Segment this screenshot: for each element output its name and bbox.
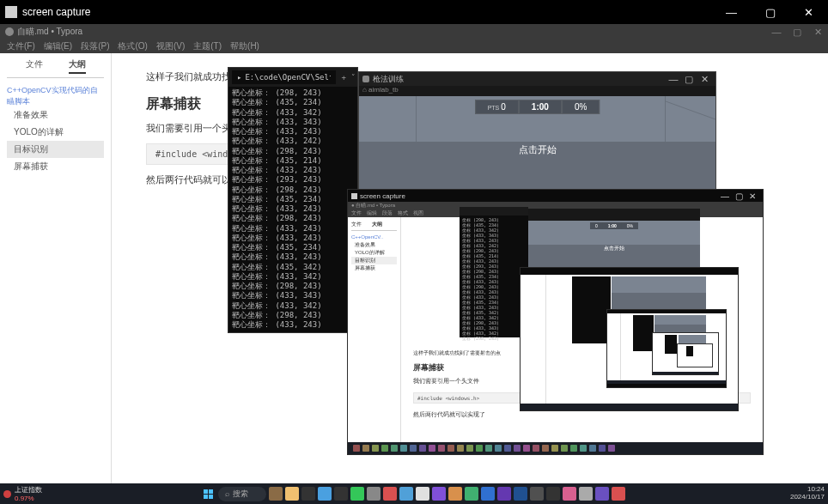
typora-app-icon xyxy=(5,27,14,36)
menu-item[interactable]: 帮助(H) xyxy=(230,40,259,52)
game-title-text: 枪法训练 xyxy=(373,74,404,85)
app-icon[interactable] xyxy=(350,487,364,501)
menu-item[interactable]: 段落(P) xyxy=(81,40,109,52)
menu-item[interactable]: 主题(T) xyxy=(193,40,222,52)
sidebar-tab-outline[interactable]: 大纲 xyxy=(69,58,86,74)
app-icon[interactable] xyxy=(514,487,527,501)
app-icon[interactable] xyxy=(448,487,462,501)
typora-sidebar: 文件 大纲 C++OpenCV实现代码的自瞄脚本 准备效果YOLO的详解目标识别… xyxy=(0,53,112,490)
terminal-window: ▸ E:\code\OpenCV\Self-aiming\ + ˅ 靶心坐标： … xyxy=(228,67,358,333)
minimize-button[interactable]: — xyxy=(712,0,751,24)
toc-item[interactable]: 屏幕捕获 xyxy=(7,158,104,175)
app-icon[interactable] xyxy=(334,487,348,501)
game-start-prompt[interactable]: 点击开始 xyxy=(519,143,557,155)
menu-item[interactable]: 文件(F) xyxy=(7,40,35,52)
windows-taskbar: 上证指数 0.97% ⌕搜索 10:24 2024/10/17 xyxy=(0,483,828,504)
typora-max[interactable]: ▢ xyxy=(787,27,807,38)
app-icon xyxy=(5,6,17,18)
search-icon: ⌕ xyxy=(225,489,229,498)
app-icon[interactable] xyxy=(481,487,495,501)
close-button[interactable]: ✕ xyxy=(789,0,828,24)
toc-doc-heading[interactable]: C++OpenCV实现代码的自瞄脚本 xyxy=(7,85,104,106)
outer-titlebar: screen capture — ▢ ✕ xyxy=(0,0,828,24)
typora-min[interactable]: — xyxy=(766,27,787,37)
app-icon[interactable] xyxy=(612,487,625,501)
game-window: 枪法训练 — ▢ ✕ ⌂ aimlab_tb PTS0 1:00 xyxy=(358,71,716,191)
sidebar-tab-files[interactable]: 文件 xyxy=(26,58,43,74)
app-icon[interactable] xyxy=(367,487,381,501)
window-title: screen capture xyxy=(22,6,90,18)
nested-capture-window: screen capture — ▢ ✕ ● 自瞄.md • Typora 文件… xyxy=(347,189,764,455)
toc-item[interactable]: 目标识别 xyxy=(7,141,104,158)
typora-doc-title: 自瞄.md • Typora xyxy=(17,26,82,38)
menu-item[interactable]: 编辑(E) xyxy=(44,40,72,52)
explorer-icon[interactable] xyxy=(285,487,299,501)
app-icon[interactable] xyxy=(563,487,576,501)
hud-accuracy: 0% xyxy=(562,100,600,114)
hud-points: PTS0 xyxy=(475,100,519,114)
taskbar-clock[interactable]: 10:24 2024/10/17 xyxy=(790,486,825,501)
maximize-button[interactable]: ▢ xyxy=(751,0,789,24)
typora-close[interactable]: ✕ xyxy=(807,27,828,38)
nested-app-icon xyxy=(351,193,357,199)
app-icon[interactable] xyxy=(595,487,609,501)
store-icon[interactable] xyxy=(318,487,332,501)
nested-max[interactable]: ▢ xyxy=(732,191,746,201)
game-icon xyxy=(362,76,369,82)
game-close[interactable]: ✕ xyxy=(697,74,712,85)
app-icon[interactable] xyxy=(465,487,478,501)
app-icon[interactable] xyxy=(383,487,397,501)
menu-item[interactable]: 格式(O) xyxy=(118,40,147,52)
nested-min[interactable]: — xyxy=(718,191,732,201)
app-icon[interactable] xyxy=(416,487,429,501)
terminal-tab-dropdown[interactable]: ˅ xyxy=(351,73,356,82)
terminal-output: 靶心坐标： (298, 243) 靶心坐标： (435, 234) 靶心坐标： … xyxy=(228,87,357,331)
terminal-new-tab[interactable]: + xyxy=(341,73,345,82)
app-icon[interactable] xyxy=(399,487,413,501)
toc-item[interactable]: YOLO的详解 xyxy=(7,124,104,141)
taskbar-search[interactable]: ⌕搜索 xyxy=(218,487,266,501)
game-max[interactable]: ▢ xyxy=(681,74,697,85)
game-scene-icon: ⌂ xyxy=(362,86,367,94)
app-icon[interactable] xyxy=(497,487,511,501)
game-min[interactable]: — xyxy=(666,74,681,84)
edge-icon[interactable] xyxy=(301,487,315,501)
toc-item[interactable]: 准备效果 xyxy=(7,106,104,124)
typora-menubar: 文件(F)编辑(E)段落(P)格式(O)视图(V)主题(T)帮助(H) xyxy=(0,39,828,53)
taskbar-widget[interactable]: 上证指数 0.97% xyxy=(3,485,42,502)
app-icon[interactable] xyxy=(579,487,593,501)
task-view-icon[interactable] xyxy=(269,487,283,501)
stock-icon xyxy=(3,490,11,498)
menu-item[interactable]: 视图(V) xyxy=(156,40,185,52)
nested-close[interactable]: ✕ xyxy=(746,191,759,201)
start-icon[interactable] xyxy=(202,487,216,501)
app-icon[interactable] xyxy=(546,487,560,501)
game-viewport[interactable]: PTS0 1:00 0% 点击开始 xyxy=(359,96,715,191)
terminal-tab[interactable]: ▸ E:\code\OpenCV\Self-aiming\ xyxy=(232,70,336,84)
powershell-icon: ▸ xyxy=(237,73,241,82)
app-icon[interactable] xyxy=(432,487,446,501)
app-icon[interactable] xyxy=(530,487,544,501)
game-scene-name: aimlab_tb xyxy=(368,86,399,94)
hud-timer: 1:00 xyxy=(519,100,562,114)
